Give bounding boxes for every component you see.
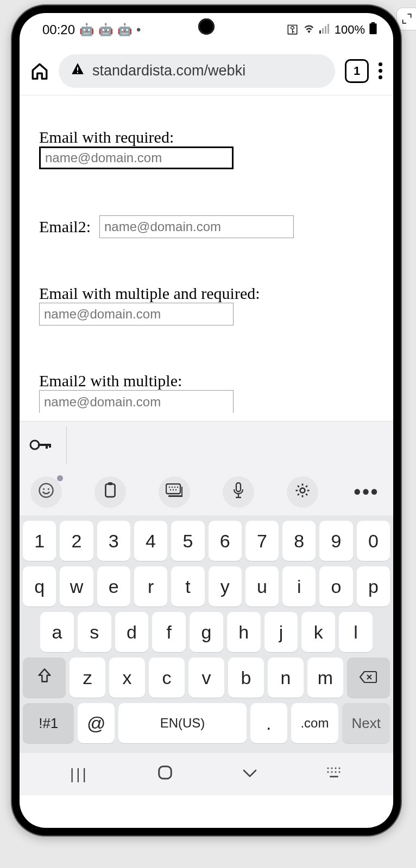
keyboard-switch-button[interactable] [159, 476, 190, 508]
key-w[interactable]: w [60, 566, 93, 607]
svg-rect-16 [108, 482, 113, 485]
wifi-icon [303, 23, 315, 37]
svg-rect-5 [369, 23, 376, 34]
browser-toolbar: standardista.com/webki 1 [20, 47, 393, 95]
svg-rect-19 [181, 487, 182, 497]
input-email-multiple-required[interactable] [39, 303, 234, 326]
scan-widget[interactable]: ⌞⌝ [396, 8, 416, 30]
key-symbols[interactable]: !#1 [23, 703, 74, 743]
key-period[interactable]: . [250, 703, 287, 743]
key-6[interactable]: 6 [209, 521, 242, 561]
key-space[interactable]: EN(US) [118, 703, 247, 743]
svg-point-37 [338, 767, 340, 769]
voice-input-button[interactable] [223, 476, 254, 508]
key-t[interactable]: t [171, 566, 204, 607]
keyboard-more-button[interactable]: ••• [351, 476, 382, 508]
kb-row-numbers: 1 2 3 4 5 6 7 8 9 0 [23, 521, 390, 561]
svg-point-23 [177, 486, 178, 487]
key-k[interactable]: k [301, 612, 335, 652]
clock: 00:20 [42, 22, 75, 37]
nav-home[interactable] [157, 764, 173, 784]
key-b[interactable]: b [228, 658, 264, 698]
key-1[interactable]: 1 [23, 521, 56, 561]
key-i[interactable]: i [282, 566, 316, 607]
svg-point-20 [169, 486, 170, 487]
key-h[interactable]: h [227, 612, 261, 652]
svg-rect-10 [46, 444, 48, 449]
insecure-icon [71, 62, 85, 80]
passwords-icon[interactable] [29, 435, 51, 456]
svg-rect-2 [325, 26, 326, 34]
key-7[interactable]: 7 [245, 521, 279, 561]
url-bar[interactable]: standardista.com/webki [59, 54, 335, 88]
svg-point-21 [172, 486, 173, 487]
key-a[interactable]: a [40, 612, 74, 652]
key-m[interactable]: m [307, 658, 343, 698]
key-e[interactable]: e [97, 566, 130, 607]
key-z[interactable]: z [70, 658, 105, 698]
key-5[interactable]: 5 [171, 521, 204, 561]
svg-point-8 [30, 441, 39, 449]
input-email2[interactable] [99, 215, 294, 238]
key-g[interactable]: g [190, 612, 223, 652]
key-u[interactable]: u [245, 566, 279, 607]
key-s[interactable]: s [78, 612, 111, 652]
key-x[interactable]: x [109, 658, 145, 698]
clipboard-icon [103, 482, 117, 502]
kb-row-bottom: !#1 @ EN(US) . .com Next [23, 703, 390, 743]
svg-point-40 [335, 771, 336, 773]
key-d[interactable]: d [115, 612, 149, 652]
key-3[interactable]: 3 [97, 521, 130, 561]
svg-point-38 [327, 771, 329, 773]
key-4[interactable]: 4 [134, 521, 167, 561]
mic-icon [232, 482, 244, 502]
key-shift[interactable] [23, 658, 66, 698]
notif-icon: 🤖 [79, 23, 94, 37]
key-o[interactable]: o [319, 566, 352, 607]
svg-rect-7 [77, 72, 78, 73]
notif-dot-icon [57, 475, 63, 481]
webpage-content[interactable]: Email with required: Email2: Email with … [20, 95, 393, 421]
key-dotcom[interactable]: .com [291, 703, 339, 743]
key-c[interactable]: c [149, 658, 185, 698]
svg-point-39 [331, 771, 332, 773]
svg-rect-11 [49, 444, 51, 448]
key-2[interactable]: 2 [60, 521, 93, 561]
key-next[interactable]: Next [342, 703, 390, 743]
keyboard-settings-button[interactable] [287, 476, 318, 508]
key-l[interactable]: l [339, 612, 373, 652]
key-v[interactable]: v [188, 658, 224, 698]
emoji-button[interactable] [30, 476, 62, 508]
keyboard: 1 2 3 4 5 6 7 8 9 0 q w e r t y u i o [20, 515, 393, 753]
key-at[interactable]: @ [78, 703, 114, 743]
input-email-required[interactable] [39, 146, 234, 169]
nav-keyboard-hide[interactable] [326, 767, 343, 782]
svg-rect-15 [105, 484, 115, 497]
kb-row-asdf: a s d f g h j k l [23, 612, 390, 652]
key-p[interactable]: p [357, 566, 390, 607]
tabs-button[interactable]: 1 [345, 59, 369, 83]
key-q[interactable]: q [23, 566, 56, 607]
autofill-bar [20, 421, 393, 469]
key-8[interactable]: 8 [282, 521, 316, 561]
menu-button[interactable] [379, 60, 382, 82]
key-n[interactable]: n [268, 658, 304, 698]
gear-icon [294, 482, 311, 502]
nav-recent[interactable]: ||| [70, 765, 89, 783]
key-backspace[interactable] [347, 658, 390, 698]
svg-point-24 [170, 489, 171, 490]
key-f[interactable]: f [152, 612, 186, 652]
key-r[interactable]: r [134, 566, 167, 607]
key-0[interactable]: 0 [357, 521, 390, 561]
clipboard-button[interactable] [94, 476, 126, 508]
input-email2-multiple[interactable] [39, 390, 234, 413]
key-9[interactable]: 9 [319, 521, 352, 561]
home-icon[interactable] [30, 62, 49, 80]
nav-back[interactable] [242, 765, 258, 783]
key-j[interactable]: j [264, 612, 298, 652]
svg-point-30 [300, 488, 305, 493]
battery-icon [369, 22, 377, 37]
signal-icon [319, 23, 330, 37]
vpn-key-icon: ⚿ [287, 23, 299, 37]
key-y[interactable]: y [209, 566, 242, 607]
